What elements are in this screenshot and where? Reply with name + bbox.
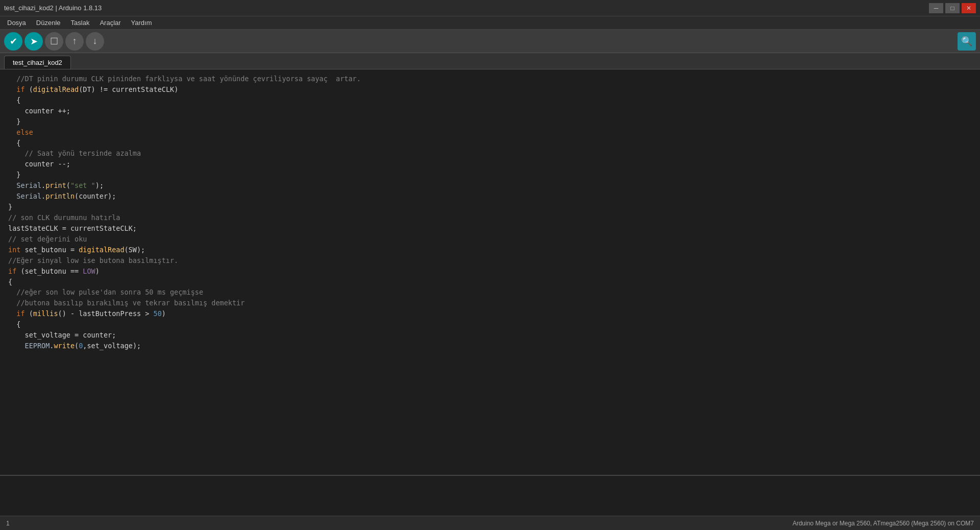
tabbar: test_cihazi_kod2: [0, 53, 980, 69]
status-line: 1: [6, 520, 10, 527]
code-line-24: //Eğer sinyal low ise butona basılmıştır…: [0, 255, 980, 266]
minimize-button[interactable]: ─: [929, 3, 943, 13]
code-line-5: }: [0, 116, 980, 127]
code-line-9: // Saat yönü tersinde azalma: [0, 148, 980, 159]
code-line-2: if (digitalRead(DT) != currentStateCLK): [0, 84, 980, 95]
code-line-15: Serial.println(counter);: [0, 191, 980, 202]
code-line-19: lastStateCLK = currentStateCLK;: [0, 223, 980, 234]
code-container: //DT pinin durumu CLK pininden farklıysa…: [0, 69, 980, 475]
serial-monitor-button[interactable]: 🔍: [958, 32, 976, 51]
code-editor[interactable]: //DT pinin durumu CLK pininden farklıysa…: [0, 69, 980, 475]
code-line-4: counter ++;: [0, 106, 980, 116]
save-button[interactable]: ↓: [86, 32, 104, 51]
code-line-25: if (set_butonu == LOW): [0, 266, 980, 277]
console-output: [0, 476, 980, 516]
close-button[interactable]: ✕: [962, 3, 976, 13]
code-line-22: int set_butonu = digitalRead(SW);: [0, 245, 980, 255]
titlebar-left: test_cihazi_kod2 | Arduino 1.8.13: [4, 4, 102, 12]
code-line-26: {: [0, 277, 980, 287]
titlebar-controls: ─ □ ✕: [929, 3, 976, 13]
code-line-7: else: [0, 127, 980, 138]
menu-duzenle[interactable]: Düzenle: [31, 18, 66, 28]
code-line-21: // set değerini oku: [0, 234, 980, 245]
code-line-8: {: [0, 138, 980, 149]
code-line-31: {: [0, 319, 980, 330]
open-button[interactable]: ↑: [65, 32, 84, 51]
new-button[interactable]: ☐: [45, 32, 63, 51]
code-line-34: EEPROM.write(0,set_voltage);: [0, 341, 980, 351]
menu-dosya[interactable]: Dosya: [2, 18, 31, 28]
code-line-32: set_voltage = counter;: [0, 330, 980, 341]
titlebar-title: test_cihazi_kod2 | Arduino 1.8.13: [4, 4, 102, 12]
titlebar: test_cihazi_kod2 | Arduino 1.8.13 ─ □ ✕: [0, 0, 980, 16]
code-line-30: if (millis() - lastButtonPress > 50): [0, 308, 980, 319]
status-board: Arduino Mega or Mega 2560, ATmega2560 (M…: [793, 520, 974, 527]
code-line-28: //eğer son low pulse'dan sonra 50 ms geç…: [0, 287, 980, 298]
code-line-29: //butona basılıp bırakılmış ve tekrar ba…: [0, 298, 980, 308]
toolbar-right: 🔍: [958, 32, 976, 51]
menubar: Dosya Düzenle Taslak Araçlar Yardım: [0, 16, 980, 30]
console-area: [0, 475, 980, 516]
code-line-14: Serial.print("set ");: [0, 180, 980, 191]
code-line-1: //DT pinin durumu CLK pininden farklıysa…: [0, 74, 980, 84]
maximize-button[interactable]: □: [945, 3, 960, 13]
code-line-10: counter --;: [0, 159, 980, 170]
toolbar: ✔ ➤ ☐ ↑ ↓ 🔍: [0, 30, 980, 53]
verify-button[interactable]: ✔: [4, 32, 22, 51]
code-line-3: {: [0, 95, 980, 106]
code-line-16: }: [0, 202, 980, 212]
menu-taslak[interactable]: Taslak: [66, 18, 95, 28]
upload-button[interactable]: ➤: [24, 32, 43, 51]
code-line-18: // son CLK durumunu hatırla: [0, 212, 980, 223]
statusbar: 1 Arduino Mega or Mega 2560, ATmega2560 …: [0, 516, 980, 530]
menu-araclar[interactable]: Araçlar: [94, 18, 126, 28]
tab-test-cihazi[interactable]: test_cihazi_kod2: [4, 56, 71, 69]
code-line-11: }: [0, 170, 980, 180]
menu-yardim[interactable]: Yardım: [126, 18, 157, 28]
